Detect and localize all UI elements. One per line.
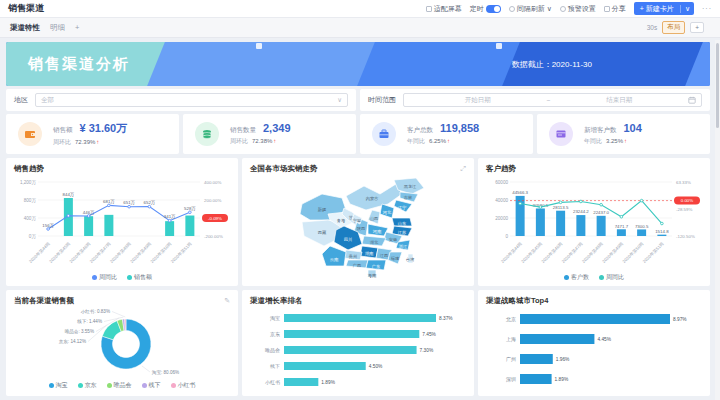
data-point[interactable] bbox=[661, 222, 664, 225]
layout-button[interactable]: 布局 bbox=[662, 21, 685, 34]
pie-label: 京东: 14.12% bbox=[59, 339, 86, 344]
refresh-interval-button[interactable]: 间隔刷新∨ bbox=[509, 4, 552, 14]
chart-legend[interactable]: 客户数周同比 bbox=[486, 273, 702, 282]
city-top4-chart[interactable]: 北京8.97%上海4.45%广州1.96%深圳1.89% bbox=[486, 306, 702, 394]
customer-trend-chart[interactable]: 600004000020000063.33%-28.59%-120.50%445… bbox=[486, 174, 702, 273]
data-point[interactable] bbox=[47, 228, 50, 231]
legend-item[interactable]: 线下 bbox=[142, 381, 161, 390]
legend-item[interactable]: 客户数 bbox=[564, 273, 589, 282]
hbar-value: 4.50% bbox=[369, 364, 383, 369]
badge-label: 0.00% bbox=[681, 198, 694, 203]
map-region-label: 广西 bbox=[353, 263, 362, 268]
legend-item[interactable]: 周同比 bbox=[599, 273, 624, 282]
sales-trend-chart[interactable]: 1,200万800万400万0万400.00%200.00%0.00%-200.… bbox=[14, 174, 230, 273]
hbar-深圳[interactable] bbox=[520, 374, 552, 384]
data-point[interactable] bbox=[559, 201, 562, 204]
new-card-caret-icon[interactable]: ∨ bbox=[680, 5, 694, 13]
map-region-label: 贵州 bbox=[348, 254, 357, 259]
point-label: 681万 bbox=[103, 199, 115, 204]
data-point[interactable] bbox=[539, 206, 542, 209]
data-point[interactable] bbox=[108, 204, 111, 207]
kpi-sub-value: 72.39% bbox=[75, 139, 95, 145]
data-point[interactable] bbox=[640, 199, 643, 202]
data-point[interactable] bbox=[519, 202, 522, 205]
legend-item[interactable]: 周同比 bbox=[92, 273, 117, 282]
new-card-button[interactable]: + 新建卡片∨ bbox=[634, 2, 694, 15]
pie-label: 唯品会: 3.55% bbox=[65, 328, 94, 334]
hbar-淘宝[interactable] bbox=[284, 314, 436, 322]
sales-trend-card: 销售趋势 1,200万800万400万0万400.00%200.00%0.00%… bbox=[6, 158, 238, 286]
data-point[interactable] bbox=[168, 219, 171, 222]
fit-screen-button[interactable]: 适配屏幕 bbox=[426, 4, 462, 14]
chart-title: 客户趋势 bbox=[486, 164, 516, 174]
legend-item[interactable]: 京东 bbox=[78, 381, 97, 390]
map-region-label: 西藏 bbox=[318, 230, 327, 235]
kpi-sales-quantity[interactable]: 销售数量2,349 周环比72.38%↑ bbox=[183, 114, 356, 154]
data-point[interactable] bbox=[189, 211, 192, 214]
legend-dot-icon bbox=[107, 383, 112, 388]
start-date-field[interactable]: 开始日期 bbox=[409, 96, 547, 105]
share-button[interactable]: 分享 bbox=[604, 4, 626, 14]
tab-channel-feature[interactable]: 渠道特性 bbox=[10, 23, 40, 33]
channel-growth-chart[interactable]: 淘宝8.37%京东7.45%唯品会7.30%线下4.50%小红书1.89% bbox=[250, 306, 470, 394]
add-tab-button[interactable]: + bbox=[75, 23, 79, 32]
hbar-小红书[interactable] bbox=[284, 378, 318, 386]
dashboard-title: 销售渠道分析 bbox=[28, 55, 130, 74]
date-range-picker[interactable]: 开始日期 ~ 结束日期 bbox=[403, 93, 702, 107]
drag-handle-icon[interactable] bbox=[496, 43, 502, 49]
page-scrollbar[interactable] bbox=[715, 40, 720, 400]
refresh-label: 间隔刷新 bbox=[517, 4, 545, 14]
kpi-customer-total[interactable]: 客户总数119,858 年同比6.25%↑ bbox=[360, 114, 533, 154]
point-label: 651万 bbox=[123, 200, 135, 205]
kpi-sales-amount[interactable]: 销售额¥ 31.60万 周环比72.39%↑ bbox=[6, 114, 179, 154]
y2-axis-tick: 63.33% bbox=[676, 180, 691, 185]
point-label: 341万 bbox=[164, 214, 176, 219]
middle-chart-row: 销售趋势 1,200万800万400万0万400.00%200.00%0.00%… bbox=[6, 158, 710, 286]
chart-legend[interactable]: 淘宝京东唯品会线下小红书 bbox=[14, 381, 230, 390]
alert-settings-button[interactable]: 预警设置 bbox=[560, 4, 596, 14]
kpi-value: 2,349 bbox=[263, 122, 291, 134]
zoom-add-button[interactable]: + bbox=[690, 22, 704, 33]
legend-dot-icon bbox=[171, 383, 176, 388]
hbar-广州[interactable] bbox=[520, 354, 553, 364]
chart-title: 销售趋势 bbox=[14, 164, 44, 174]
channel-share-chart[interactable]: 小红书: 0.83%线下: 1.44%唯品会: 3.55%京东: 14.12%淘… bbox=[14, 306, 230, 381]
hbar-唯品会[interactable] bbox=[284, 346, 417, 354]
tab-detail[interactable]: 明细 bbox=[50, 23, 65, 33]
data-point[interactable] bbox=[128, 205, 131, 208]
data-point[interactable] bbox=[620, 215, 623, 218]
legend-item[interactable]: 小红书 bbox=[171, 381, 196, 390]
drag-handle-icon[interactable] bbox=[256, 43, 262, 49]
legend-dot-icon bbox=[49, 383, 54, 388]
more-button[interactable]: ··· bbox=[702, 5, 712, 12]
toggle-on-icon[interactable] bbox=[486, 5, 501, 13]
hbar-京东[interactable] bbox=[284, 330, 419, 338]
map-region-label: 内蒙古 bbox=[366, 196, 379, 201]
data-point[interactable] bbox=[87, 215, 90, 218]
date-label: 时间范围 bbox=[368, 95, 396, 105]
hbar-北京[interactable] bbox=[520, 314, 670, 324]
hbar-上海[interactable] bbox=[520, 334, 594, 344]
edit-icon[interactable]: ✎ bbox=[224, 297, 230, 305]
chart-legend[interactable]: 周同比销售额 bbox=[14, 273, 230, 282]
legend-item[interactable]: 淘宝 bbox=[49, 381, 68, 390]
end-date-field[interactable]: 结束日期 bbox=[550, 96, 688, 105]
expand-icon[interactable]: ⤢ bbox=[460, 165, 466, 173]
bar-label: 22437.0 bbox=[593, 210, 609, 215]
tab-toolbar: 30s 布局 + bbox=[647, 21, 704, 34]
china-map-chart[interactable]: 新疆西藏青海甘肃内蒙古黑龙江吉林辽宁河北山西山东陕西河南江苏安徽湖北四川浙江湖南… bbox=[250, 174, 470, 281]
data-point[interactable] bbox=[67, 214, 70, 217]
legend-item[interactable]: 唯品会 bbox=[107, 381, 132, 390]
kpi-new-customers[interactable]: 新增客户数104 年同比3.25%↑ bbox=[537, 114, 710, 154]
data-point[interactable] bbox=[148, 205, 151, 208]
data-point[interactable] bbox=[600, 203, 603, 206]
scrollbar-thumb[interactable] bbox=[716, 43, 719, 128]
hbar-线下[interactable] bbox=[284, 362, 366, 370]
hbar-category: 线下 bbox=[270, 363, 280, 369]
region-select[interactable]: 全部 ∨ bbox=[35, 93, 348, 107]
x-axis-tick: 2020年第51周 bbox=[170, 241, 193, 264]
legend-item[interactable]: 销售额 bbox=[127, 273, 152, 282]
map-region-label: 河南 bbox=[373, 229, 382, 234]
data-point[interactable] bbox=[580, 200, 583, 203]
timer-switch[interactable]: 定时 bbox=[470, 4, 501, 14]
